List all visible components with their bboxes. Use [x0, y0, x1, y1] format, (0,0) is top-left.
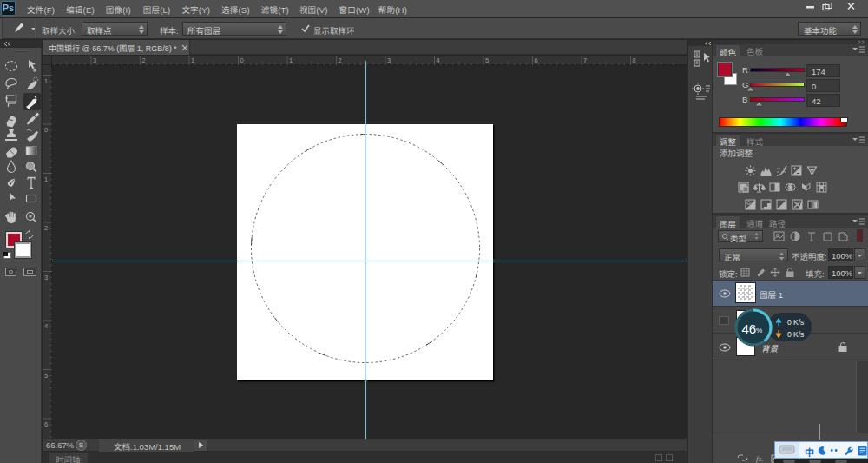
svg-text:1: 1 [44, 175, 48, 183]
svg-text:1: 1 [289, 56, 293, 64]
svg-text:0 K/s: 0 K/s [787, 330, 804, 339]
svg-text:5: 5 [485, 56, 489, 64]
svg-text:2: 2 [339, 56, 342, 64]
svg-text:2: 2 [44, 224, 48, 232]
svg-text:2: 2 [142, 56, 146, 64]
svg-text:6: 6 [44, 420, 48, 428]
svg-text:%: % [756, 327, 762, 334]
svg-text:0: 0 [44, 126, 48, 134]
svg-text:0: 0 [240, 56, 244, 64]
svg-text:3: 3 [387, 56, 391, 64]
svg-text:3: 3 [44, 274, 48, 281]
svg-text:8: 8 [633, 56, 636, 64]
svg-text:1: 1 [44, 77, 48, 85]
svg-text:7: 7 [583, 56, 587, 64]
svg-text:46: 46 [742, 321, 757, 336]
svg-text:5: 5 [44, 372, 48, 380]
svg-text:3: 3 [93, 56, 96, 64]
svg-text:4: 4 [44, 322, 48, 330]
svg-text:4: 4 [437, 56, 440, 64]
svg-text:6: 6 [535, 56, 538, 64]
svg-text:1: 1 [191, 56, 194, 64]
svg-text:fx.: fx. [756, 454, 764, 463]
svg-text:0 K/s: 0 K/s [787, 318, 804, 327]
